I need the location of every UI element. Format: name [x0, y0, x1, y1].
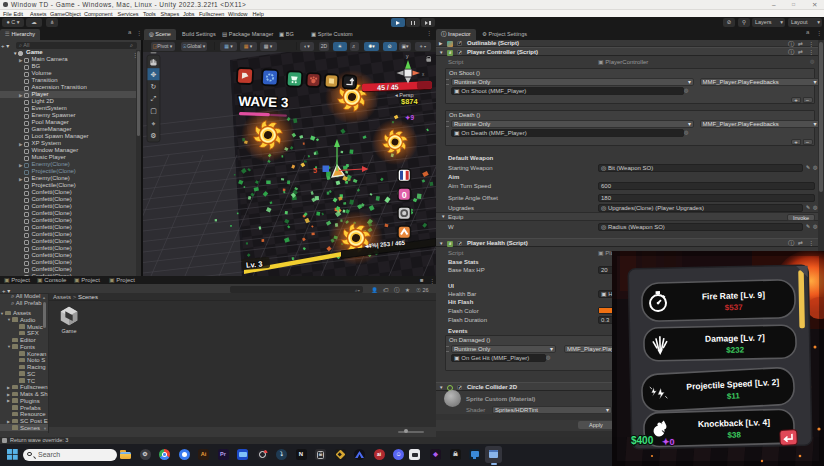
svg-text:▢: ▢ [150, 107, 157, 114]
svg-text:Damage [Lv. 7]: Damage [Lv. 7] [705, 333, 765, 344]
svg-text:⌖: ⌖ [152, 120, 156, 127]
svg-text:✦0: ✦0 [662, 437, 675, 447]
svg-text:$232: $232 [726, 345, 745, 354]
svg-text:Knockback [Lv. 4]: Knockback [Lv. 4] [698, 417, 771, 429]
svg-text:⤢: ⤢ [151, 95, 157, 102]
svg-text:WAVE 3: WAVE 3 [238, 94, 289, 111]
svg-text:Lv. 3: Lv. 3 [246, 259, 263, 269]
svg-text:$38: $38 [727, 430, 741, 439]
svg-text:✥: ✥ [151, 71, 157, 78]
svg-text:✦9: ✦9 [405, 114, 414, 121]
svg-text:⚙: ⚙ [150, 132, 156, 139]
svg-text:$11: $11 [727, 391, 741, 401]
svg-text:$537: $537 [725, 303, 744, 312]
svg-text:45 / 45: 45 / 45 [377, 83, 399, 91]
svg-text:Fire Rate [Lv. 9]: Fire Rate [Lv. 9] [702, 290, 766, 302]
svg-text:0: 0 [402, 190, 407, 200]
svg-text:$874: $874 [401, 97, 419, 106]
svg-text:◂ Persp: ◂ Persp [395, 92, 414, 98]
svg-text:↻: ↻ [151, 83, 157, 90]
svg-text:$400: $400 [631, 435, 654, 446]
svg-text:5: 5 [313, 167, 317, 174]
